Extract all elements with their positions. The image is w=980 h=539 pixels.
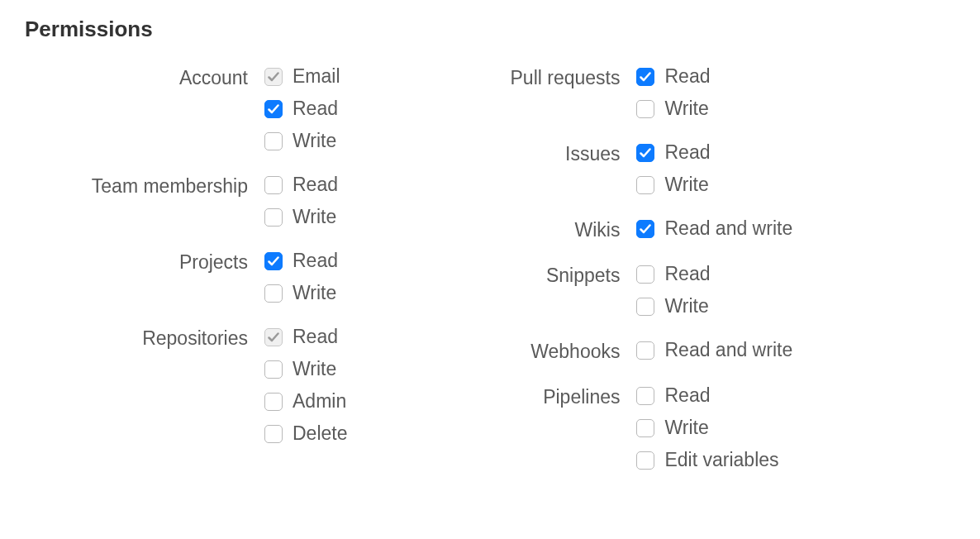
option-row: Read and write <box>636 339 792 361</box>
option-label: Read <box>293 98 338 120</box>
option-label: Write <box>293 282 336 304</box>
group-issues: Issues Read Write <box>397 141 792 196</box>
group-options: Read Write Edit variables <box>636 384 778 471</box>
checkbox-team-read[interactable] <box>264 176 283 194</box>
option-row: Read <box>264 326 347 348</box>
checkbox-pipelines-write[interactable] <box>636 419 654 437</box>
option-row: Read <box>264 174 338 196</box>
option-label: Write <box>664 98 708 120</box>
group-snippets: Snippets Read Write <box>397 263 792 317</box>
group-label: Repositories <box>25 326 264 350</box>
checkbox-issues-read[interactable] <box>636 144 654 162</box>
option-label: Write <box>664 417 708 439</box>
group-options: Read Write <box>636 65 710 120</box>
option-label: Write <box>293 358 336 380</box>
checkbox-snippets-write[interactable] <box>636 298 654 316</box>
checkbox-webhooks-rw[interactable] <box>636 341 654 360</box>
option-label: Write <box>664 295 708 317</box>
option-row: Write <box>636 174 710 196</box>
group-options: Read Write Admin Delete <box>264 326 347 445</box>
group-account: Account Email Read Write <box>25 65 347 152</box>
group-options: Read and write <box>636 217 792 240</box>
option-row: Write <box>264 358 347 380</box>
group-label: Team membership <box>25 174 264 198</box>
checkbox-repositories-write[interactable] <box>264 360 283 379</box>
permissions-column-left: Account Email Read Write Team membership <box>25 65 347 493</box>
group-wikis: Wikis Read and write <box>397 217 792 241</box>
checkbox-snippets-read[interactable] <box>636 265 654 284</box>
option-row: Write <box>636 417 778 439</box>
checkbox-pipelines-edit-variables[interactable] <box>636 451 654 470</box>
option-label: Read <box>664 65 710 88</box>
option-label: Read <box>664 263 710 285</box>
option-label: Read <box>293 326 338 348</box>
option-row: Read <box>264 98 340 120</box>
option-row: Delete <box>264 422 347 445</box>
permissions-column-right: Pull requests Read Write Issues Read <box>397 65 792 493</box>
checkbox-projects-write[interactable] <box>264 284 283 303</box>
option-label: Delete <box>293 422 347 445</box>
group-options: Read Write <box>264 174 338 228</box>
option-row: Read and write <box>636 217 792 240</box>
option-label: Write <box>293 206 336 228</box>
option-label: Admin <box>293 390 346 413</box>
option-row: Read <box>636 263 710 285</box>
checkbox-pull-requests-write[interactable] <box>636 100 654 118</box>
group-label: Issues <box>397 141 636 165</box>
option-label: Read <box>293 250 338 272</box>
checkbox-issues-write[interactable] <box>636 176 654 194</box>
option-row: Write <box>636 98 710 120</box>
option-row: Write <box>636 295 710 317</box>
option-row: Write <box>264 206 338 228</box>
option-label: Read and write <box>664 217 792 240</box>
group-label: Pipelines <box>397 384 636 408</box>
checkbox-pipelines-read[interactable] <box>636 387 654 405</box>
group-label: Account <box>25 65 264 89</box>
group-options: Read Write <box>264 250 338 304</box>
option-label: Read <box>664 141 710 164</box>
group-label: Pull requests <box>397 65 636 89</box>
checkbox-repositories-admin[interactable] <box>264 393 283 411</box>
group-pull-requests: Pull requests Read Write <box>397 65 792 120</box>
group-label: Webhooks <box>397 339 636 363</box>
option-row: Email <box>264 65 340 88</box>
checkbox-repositories-read <box>264 328 283 346</box>
option-row: Write <box>264 130 340 152</box>
checkbox-team-write[interactable] <box>264 208 283 227</box>
group-label: Projects <box>25 250 264 274</box>
option-label: Email <box>293 65 340 88</box>
group-options: Read Write <box>636 141 710 196</box>
option-label: Edit variables <box>664 449 778 471</box>
group-label: Snippets <box>397 263 636 287</box>
checkbox-account-write[interactable] <box>264 132 283 150</box>
checkbox-account-read[interactable] <box>264 100 283 118</box>
option-row: Read <box>264 250 338 272</box>
group-options: Read Write <box>636 263 710 317</box>
option-row: Write <box>264 282 338 304</box>
group-projects: Projects Read Write <box>25 250 347 304</box>
option-row: Edit variables <box>636 449 778 471</box>
option-row: Admin <box>264 390 347 413</box>
group-pipelines: Pipelines Read Write Edit variables <box>397 384 792 471</box>
checkbox-account-email <box>264 68 283 86</box>
section-title: Permissions <box>25 17 955 42</box>
option-label: Read and write <box>664 339 792 361</box>
option-label: Read <box>664 384 710 407</box>
group-label: Wikis <box>397 217 636 241</box>
group-webhooks: Webhooks Read and write <box>397 339 792 363</box>
checkbox-pull-requests-read[interactable] <box>636 68 654 86</box>
group-team-membership: Team membership Read Write <box>25 174 347 228</box>
group-repositories: Repositories Read Write Admin Delete <box>25 326 347 445</box>
checkbox-projects-read[interactable] <box>264 252 283 270</box>
option-row: Read <box>636 384 778 407</box>
option-label: Read <box>293 174 338 196</box>
option-row: Read <box>636 65 710 88</box>
group-options: Read and write <box>636 339 792 361</box>
checkbox-repositories-delete[interactable] <box>264 425 283 443</box>
option-label: Write <box>664 174 708 196</box>
option-label: Write <box>293 130 336 152</box>
permissions-columns: Account Email Read Write Team membership <box>25 65 955 493</box>
option-row: Read <box>636 141 710 164</box>
group-options: Email Read Write <box>264 65 340 152</box>
checkbox-wikis-rw[interactable] <box>636 220 654 238</box>
